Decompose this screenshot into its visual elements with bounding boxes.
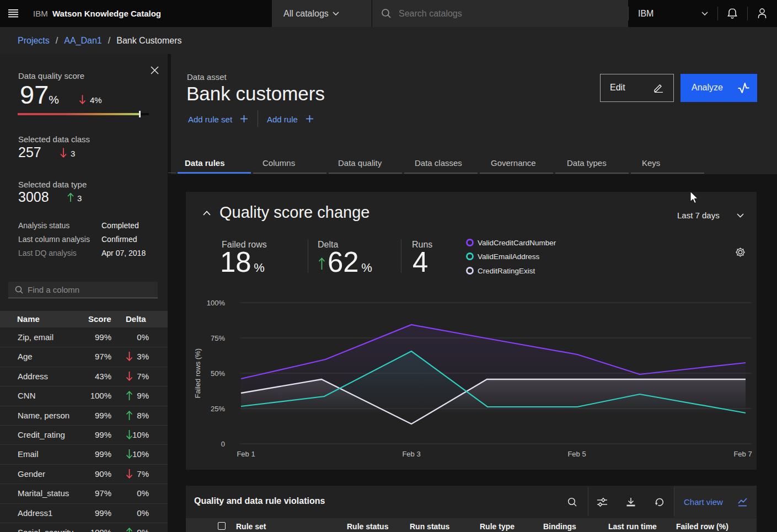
svg-text:Feb 3: Feb 3 <box>402 450 420 458</box>
svg-text:Feb 1: Feb 1 <box>237 450 255 458</box>
svg-text:Feb 7: Feb 7 <box>733 450 752 458</box>
svg-text:Feb 5: Feb 5 <box>567 450 586 458</box>
svg-text:25%: 25% <box>211 405 225 413</box>
svg-text:50%: 50% <box>211 369 225 378</box>
svg-text:0: 0 <box>221 440 225 448</box>
svg-text:Failed rows (%): Failed rows (%) <box>194 348 202 398</box>
svg-text:100%: 100% <box>207 299 226 307</box>
svg-text:75%: 75% <box>211 334 225 342</box>
